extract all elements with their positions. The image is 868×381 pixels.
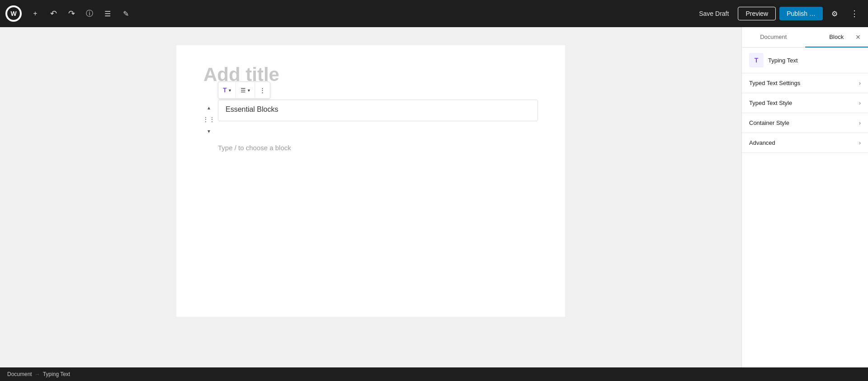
block-text: Essential Blocks [226,105,278,113]
sidebar-close-button[interactable]: × [852,31,864,43]
add-block-button[interactable]: + [27,5,43,22]
redo-button[interactable]: ↷ [63,5,80,22]
block-side-controls: ▴ ⋮⋮ ▾ [203,100,214,137]
right-sidebar: Document Block × T Typing Text Typed Tex… [741,27,868,367]
accordion-typed-text-settings: Typed Text Settings › [742,73,868,93]
wp-logo[interactable]: W [5,5,22,22]
editor-area: Add title ▴ ⋮⋮ ▾ [0,27,741,367]
block-panel-name: Typing Text [768,57,798,64]
align-chevron: ▾ [248,88,250,93]
move-down-icon: ▾ [208,128,210,134]
block-more-icon: ⋮ [259,87,265,94]
chevron-typed-text-settings: › [859,80,861,86]
info-icon: ⓘ [86,9,93,19]
undo-button[interactable]: ↶ [45,5,61,22]
align-icon: ☰ [241,87,246,94]
save-draft-button[interactable]: Save Draft [693,7,734,20]
info-button[interactable]: ⓘ [81,5,98,22]
accordion-label-typed-text-style: Typed Text Style [749,100,792,106]
move-up-icon: ▴ [208,105,210,111]
accordion-header-typed-text-settings[interactable]: Typed Text Settings › [742,73,868,93]
redo-icon: ↷ [68,9,75,19]
tools-icon: ✎ [123,10,129,18]
prefix-placeholder-text: Type / to choose a block [218,144,291,152]
breadcrumb-document[interactable]: Document [7,371,32,377]
tab-document[interactable]: Document [742,27,805,48]
chevron-container-style: › [859,120,861,126]
accordion-advanced: Advanced › [742,133,868,153]
tools-button[interactable]: ✎ [118,5,134,22]
undo-icon: ↶ [50,9,57,19]
publish-button[interactable]: Publish … [779,7,823,20]
preview-button[interactable]: Preview [738,7,776,20]
sidebar-header: Document Block × [742,27,868,48]
accordion-header-advanced[interactable]: Advanced › [742,133,868,152]
block-align-button[interactable]: ☰ ▾ [236,82,255,98]
move-down-button[interactable]: ▾ [203,126,214,137]
block-panel: T Typing Text [742,48,868,73]
drag-handle-button[interactable]: ⋮⋮ [203,114,214,125]
block-panel-icon: T [749,53,764,67]
block-toolbar: T ▾ ☰ ▾ ⋮ [218,81,270,99]
block-wrapper: T ▾ ☰ ▾ ⋮ Essential Blocks [218,100,538,121]
chevron-advanced: › [859,140,861,146]
accordion-label-advanced: Advanced [749,139,775,146]
add-icon: + [33,10,37,18]
wp-logo-icon: W [7,7,20,20]
block-more-button[interactable]: ⋮ [255,82,270,98]
editor-canvas: Add title ▴ ⋮⋮ ▾ [176,45,565,317]
accordion-container-style: Container Style › [742,113,868,133]
block-type-button[interactable]: T ▾ [218,82,236,98]
accordion-header-container-style[interactable]: Container Style › [742,113,868,133]
settings-button[interactable]: ⚙ [826,5,843,22]
block-type-icon: T [223,86,227,94]
block-type-chevron: ▾ [229,88,231,93]
settings-icon: ⚙ [831,10,838,18]
block-area: ▴ ⋮⋮ ▾ T ▾ [203,100,538,137]
list-view-icon: ☰ [104,10,111,18]
accordion-header-typed-text-style[interactable]: Typed Text Style › [742,93,868,113]
more-options-button[interactable]: ⋮ [846,5,863,22]
move-up-button[interactable]: ▴ [203,102,214,113]
accordion-label-typed-text-settings: Typed Text Settings [749,80,800,86]
chevron-typed-text-style: › [859,100,861,106]
close-icon: × [856,33,861,42]
accordion-typed-text-style: Typed Text Style › [742,93,868,113]
breadcrumb-separator: → [35,371,40,377]
main-layout: Add title ▴ ⋮⋮ ▾ [0,27,868,367]
accordion-label-container-style: Container Style [749,119,789,126]
block-content[interactable]: Essential Blocks [218,100,538,121]
more-icon: ⋮ [850,9,859,19]
list-view-button[interactable]: ☰ [99,5,116,22]
prefix-area: Type / to choose a block [218,144,538,152]
top-toolbar: W + ↶ ↷ ⓘ ☰ ✎ Save Draft Preview Publish… [0,0,868,27]
breadcrumb-typing-text[interactable]: Typing Text [43,371,70,377]
drag-icon: ⋮⋮ [203,116,215,123]
breadcrumb-bar: Document → Typing Text [0,367,868,381]
